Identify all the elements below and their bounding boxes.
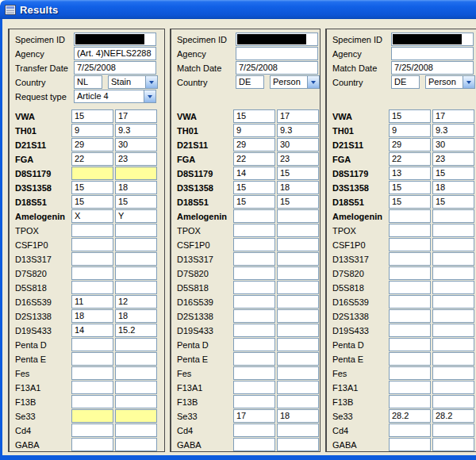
allele-field-2[interactable] xyxy=(277,438,319,451)
allele-field-2[interactable] xyxy=(432,309,474,323)
allele-field-1[interactable]: 22 xyxy=(71,152,113,166)
allele-field-2[interactable] xyxy=(432,238,474,251)
allele-field-1[interactable] xyxy=(233,209,275,223)
allele-field-1[interactable] xyxy=(233,424,275,437)
allele-field-2[interactable] xyxy=(277,395,319,408)
allele-field-2[interactable] xyxy=(277,338,319,351)
allele-field-2[interactable] xyxy=(432,395,474,408)
allele-field-1[interactable] xyxy=(233,338,275,351)
allele-field-2[interactable] xyxy=(432,266,474,280)
allele-field-1[interactable] xyxy=(389,238,431,251)
agency-field[interactable] xyxy=(236,47,318,60)
allele-field-1[interactable]: 15 xyxy=(389,181,431,194)
allele-field-1[interactable]: 29 xyxy=(389,138,431,151)
allele-field-2[interactable]: 15 xyxy=(277,167,319,180)
allele-field-2[interactable] xyxy=(432,252,474,266)
match-date-field[interactable]: 7/25/2008 xyxy=(236,61,318,75)
request-type-combobox[interactable]: Article 4 xyxy=(74,90,156,103)
allele-field-1[interactable]: 15 xyxy=(233,195,275,209)
allele-field-2[interactable] xyxy=(432,338,474,351)
allele-field-2[interactable]: 30 xyxy=(115,138,157,151)
allele-field-2[interactable]: 18 xyxy=(277,409,319,423)
allele-field-1[interactable] xyxy=(389,295,431,309)
allele-field-2[interactable] xyxy=(277,352,319,366)
allele-field-1[interactable]: 22 xyxy=(233,152,275,166)
allele-field-1[interactable] xyxy=(71,381,113,394)
allele-field-1[interactable]: 9 xyxy=(233,124,275,137)
allele-field-2[interactable]: 17 xyxy=(115,109,157,123)
allele-field-1[interactable] xyxy=(389,309,431,323)
allele-field-1[interactable] xyxy=(389,338,431,351)
dropdown-arrow-icon[interactable] xyxy=(144,90,155,102)
country-code-field[interactable]: DE xyxy=(236,75,264,89)
allele-field-1[interactable] xyxy=(233,352,275,366)
specimen-id-field[interactable] xyxy=(391,33,474,46)
allele-field-2[interactable] xyxy=(432,366,474,380)
allele-field-2[interactable] xyxy=(277,324,319,337)
country-code-field[interactable]: DE xyxy=(391,75,420,89)
allele-field-1[interactable] xyxy=(389,266,431,280)
allele-field-2[interactable] xyxy=(115,252,157,266)
allele-field-2[interactable] xyxy=(115,167,157,180)
allele-field-1[interactable] xyxy=(389,381,431,394)
allele-field-2[interactable] xyxy=(432,209,474,223)
allele-field-1[interactable]: 15 xyxy=(71,181,113,194)
allele-field-1[interactable] xyxy=(389,324,431,337)
allele-field-1[interactable] xyxy=(233,295,275,309)
allele-field-1[interactable] xyxy=(233,252,275,266)
allele-field-2[interactable]: 15.2 xyxy=(115,324,157,337)
allele-field-2[interactable] xyxy=(115,352,157,366)
allele-field-1[interactable]: 11 xyxy=(71,295,113,309)
allele-field-1[interactable]: 15 xyxy=(71,109,113,123)
allele-field-2[interactable] xyxy=(115,424,157,437)
allele-field-1[interactable] xyxy=(233,238,275,251)
allele-field-1[interactable] xyxy=(71,252,113,266)
allele-field-2[interactable]: 15 xyxy=(277,195,319,209)
allele-field-2[interactable]: Y xyxy=(115,209,157,223)
allele-field-2[interactable]: 23 xyxy=(432,152,474,166)
dropdown-arrow-icon[interactable] xyxy=(145,76,157,88)
allele-field-2[interactable]: 15 xyxy=(432,167,474,180)
allele-field-2[interactable] xyxy=(432,324,474,337)
allele-field-1[interactable]: 15 xyxy=(233,109,275,123)
allele-field-2[interactable] xyxy=(115,381,157,394)
allele-field-2[interactable]: 9.3 xyxy=(115,124,157,137)
allele-field-2[interactable] xyxy=(432,295,474,309)
agency-field[interactable]: (Art. 4)NEFLS2288 xyxy=(74,47,156,60)
allele-field-1[interactable] xyxy=(71,366,113,380)
allele-field-2[interactable] xyxy=(115,366,157,380)
allele-field-1[interactable]: 22 xyxy=(389,152,431,166)
allele-field-2[interactable] xyxy=(277,424,319,437)
allele-field-2[interactable] xyxy=(115,395,157,408)
allele-field-2[interactable] xyxy=(115,238,157,251)
allele-field-2[interactable]: 9.3 xyxy=(277,124,319,137)
allele-field-2[interactable]: 23 xyxy=(115,152,157,166)
dropdown-arrow-icon[interactable] xyxy=(463,76,474,88)
allele-field-1[interactable]: 18 xyxy=(71,309,113,323)
allele-field-1[interactable]: 9 xyxy=(71,124,113,137)
allele-field-2[interactable]: 17 xyxy=(277,109,319,123)
allele-field-1[interactable]: 15 xyxy=(389,109,431,123)
allele-field-1[interactable]: 14 xyxy=(71,324,113,337)
allele-field-1[interactable] xyxy=(71,281,113,294)
allele-field-2[interactable] xyxy=(277,366,319,380)
allele-field-2[interactable] xyxy=(432,281,474,294)
allele-field-1[interactable] xyxy=(233,366,275,380)
allele-field-1[interactable]: 15 xyxy=(71,195,113,209)
allele-field-2[interactable]: 15 xyxy=(115,195,157,209)
agency-field[interactable] xyxy=(391,47,474,60)
allele-field-2[interactable]: 15 xyxy=(432,195,474,209)
allele-field-2[interactable]: 9.3 xyxy=(432,124,474,137)
category-combobox[interactable]: Person xyxy=(270,75,320,89)
allele-field-1[interactable] xyxy=(233,381,275,394)
allele-field-1[interactable] xyxy=(389,352,431,366)
allele-field-2[interactable] xyxy=(277,381,319,394)
allele-field-2[interactable] xyxy=(277,309,319,323)
allele-field-1[interactable]: 15 xyxy=(389,195,431,209)
allele-field-1[interactable] xyxy=(233,309,275,323)
allele-field-1[interactable] xyxy=(389,209,431,223)
allele-field-1[interactable] xyxy=(71,409,113,423)
allele-field-2[interactable] xyxy=(432,438,474,451)
allele-field-1[interactable] xyxy=(71,352,113,366)
allele-field-2[interactable] xyxy=(432,424,474,437)
